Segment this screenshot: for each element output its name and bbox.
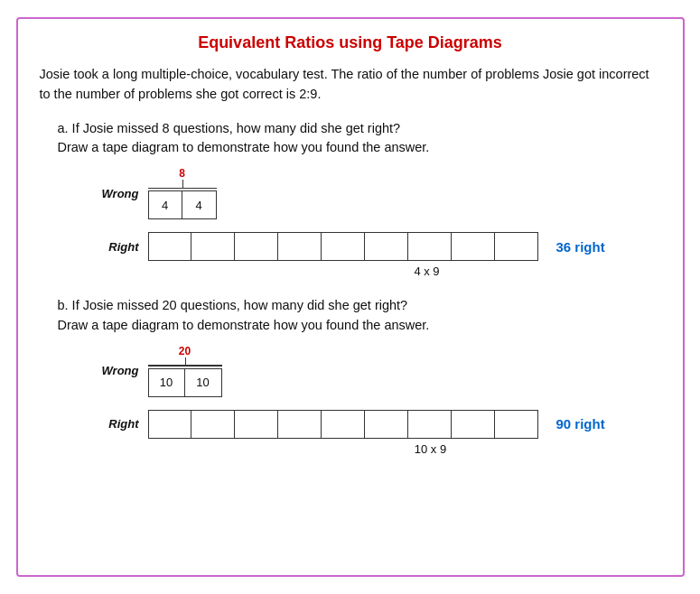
wrong-cell-b-1: 10	[148, 368, 185, 397]
question-a-text: a. If Josie missed 8 questions, how many…	[58, 121, 430, 155]
question-b: b. If Josie missed 20 questions, how man…	[58, 296, 661, 336]
wrong-row-a: Wrong 8 4 4	[94, 167, 217, 219]
brace-num-a: 8	[179, 167, 185, 180]
brace-num-b: 20	[179, 345, 191, 357]
right-cell-a-6	[365, 232, 408, 261]
right-cell-a-1	[148, 232, 191, 261]
wrong-label-b: Wrong	[94, 364, 139, 377]
diagram-a: Wrong 8 4 4	[94, 167, 661, 261]
right-cell-b-1	[148, 410, 191, 439]
right-cells-b	[148, 410, 538, 439]
right-cell-a-7	[408, 232, 452, 261]
right-cell-a-4	[278, 232, 322, 261]
right-cell-b-4	[278, 410, 322, 439]
right-cell-b-5	[322, 410, 365, 439]
intro-text: Josie took a long multiple-choice, vocab…	[40, 65, 661, 105]
right-cell-b-3	[235, 410, 278, 439]
right-row-a: Right 36 right	[94, 232, 605, 261]
diagram-b: Wrong 20 10 10	[94, 345, 661, 439]
right-cell-a-3	[235, 232, 278, 261]
wrong-cell-a-2: 4	[182, 190, 217, 219]
question-a: a. If Josie missed 8 questions, how many…	[58, 119, 661, 159]
right-cell-b-8	[452, 410, 495, 439]
right-label-a: Right	[94, 240, 139, 254]
main-container: Equivalent Ratios using Tape Diagrams Jo…	[16, 17, 685, 577]
brace-wrapper-a: 8 4 4	[148, 167, 217, 219]
section-b: b. If Josie missed 20 questions, how man…	[40, 296, 661, 456]
answer-a: 36 right	[556, 239, 605, 255]
wrong-cells-b: 10 10	[148, 368, 222, 397]
brace-wrapper-b: 20 10 10	[148, 345, 222, 397]
wrong-cell-a-1: 4	[148, 190, 182, 219]
right-row-b: Right 90 right	[94, 410, 605, 439]
right-cell-b-2	[191, 410, 235, 439]
page-title: Equivalent Ratios using Tape Diagrams	[40, 33, 661, 52]
right-cell-a-9	[495, 232, 538, 261]
formula-b: 10 x 9	[201, 442, 661, 456]
right-cell-b-7	[408, 410, 452, 439]
formula-a: 4 x 9	[193, 265, 661, 278]
right-cell-b-6	[365, 410, 408, 439]
right-cell-a-5	[322, 232, 365, 261]
right-cells-a	[148, 232, 538, 261]
right-cell-a-2	[191, 232, 235, 261]
right-cell-a-8	[452, 232, 495, 261]
section-a: a. If Josie missed 8 questions, how many…	[40, 119, 661, 279]
wrong-label-a: Wrong	[94, 187, 139, 200]
wrong-cell-b-2: 10	[185, 368, 222, 397]
wrong-cells-a: 4 4	[148, 190, 217, 219]
wrong-row-b: Wrong 20 10 10	[94, 345, 222, 397]
question-b-text: b. If Josie missed 20 questions, how man…	[58, 298, 430, 332]
right-label-b: Right	[94, 417, 139, 431]
right-cell-b-9	[495, 410, 538, 439]
answer-b: 90 right	[556, 416, 605, 432]
